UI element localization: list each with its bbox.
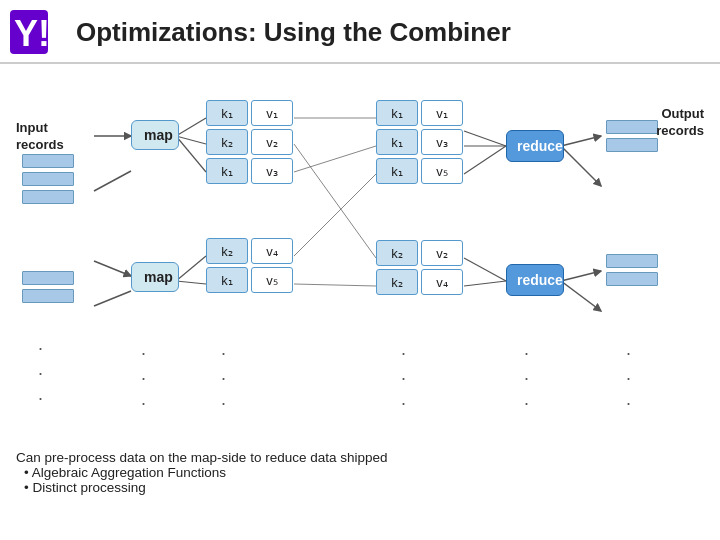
kv-v5-1: v₅ bbox=[251, 267, 293, 293]
kv-k2-2: k₂ bbox=[206, 238, 248, 264]
input-bars-group2 bbox=[22, 271, 74, 307]
svg-line-10 bbox=[176, 281, 206, 284]
output-label: Output records bbox=[656, 106, 704, 140]
svg-line-14 bbox=[294, 144, 376, 258]
kv-left-dots: ··· bbox=[221, 341, 228, 417]
output-bars-group2 bbox=[606, 254, 658, 290]
reduce-box-2: reduce bbox=[506, 264, 564, 296]
kv-right-v5-1: v₅ bbox=[421, 158, 463, 184]
kv-right-v2-1: v₂ bbox=[421, 240, 463, 266]
kv-row-1-3: k₁ v₃ bbox=[206, 158, 293, 184]
kv-row-1-1: k₁ v₁ bbox=[206, 100, 293, 126]
map-dots: ··· bbox=[141, 341, 148, 417]
kv-row-2-2: k₁ v₅ bbox=[206, 267, 293, 293]
svg-line-5 bbox=[94, 291, 131, 306]
svg-line-8 bbox=[176, 136, 206, 172]
kv-right-k2-2: k₂ bbox=[376, 269, 418, 295]
page-title: Optimizations: Using the Combiner bbox=[76, 17, 511, 48]
kv-right-row-1-3: k₁ v₅ bbox=[376, 158, 463, 184]
kv-v4-1: v₄ bbox=[251, 238, 293, 264]
diagram: Input records ··· map map ··· k₁ v₁ bbox=[16, 76, 704, 436]
footer: Can pre-process data on the map-side to … bbox=[0, 444, 720, 495]
diagram-arrows bbox=[16, 76, 704, 436]
svg-line-23 bbox=[561, 271, 601, 281]
svg-line-22 bbox=[561, 146, 601, 186]
footer-line1: Can pre-process data on the map-side to … bbox=[16, 450, 704, 465]
reduce-dots: ··· bbox=[524, 341, 531, 417]
kv-v3-1: v₃ bbox=[251, 158, 293, 184]
kv-right-v3-1: v₃ bbox=[421, 129, 463, 155]
svg-line-21 bbox=[561, 136, 601, 146]
svg-line-18 bbox=[464, 146, 506, 174]
kv-right-row-1-1: k₁ v₁ bbox=[376, 100, 463, 126]
kv-right-row-1-2: k₁ v₃ bbox=[376, 129, 463, 155]
kv-right-group1: k₁ v₁ k₁ v₃ k₁ v₅ bbox=[376, 100, 463, 184]
kv-right-v4-1: v₄ bbox=[421, 269, 463, 295]
kv-v1-1: v₁ bbox=[251, 100, 293, 126]
reduce-box-1: reduce bbox=[506, 130, 564, 162]
kv-left-group2: k₂ v₄ k₁ v₅ bbox=[206, 238, 293, 293]
output-dots: ··· bbox=[626, 341, 633, 417]
svg-line-16 bbox=[464, 131, 506, 146]
svg-line-4 bbox=[94, 261, 131, 276]
kv-k2-1: k₂ bbox=[206, 129, 248, 155]
svg-line-19 bbox=[464, 258, 506, 281]
header: Y! Optimizations: Using the Combiner bbox=[0, 0, 720, 64]
kv-k1-3: k₁ bbox=[206, 267, 248, 293]
svg-line-7 bbox=[176, 136, 206, 144]
svg-line-13 bbox=[294, 174, 376, 256]
kv-right-group2: k₂ v₂ k₂ v₄ bbox=[376, 240, 463, 295]
kv-right-k1-3: k₁ bbox=[376, 158, 418, 184]
svg-line-6 bbox=[176, 118, 206, 136]
kv-left-group1: k₁ v₁ k₂ v₂ k₁ v₃ bbox=[206, 100, 293, 184]
input-bars-group1 bbox=[22, 154, 74, 208]
kv-v2-1: v₂ bbox=[251, 129, 293, 155]
kv-right-k1-2: k₁ bbox=[376, 129, 418, 155]
svg-line-9 bbox=[176, 256, 206, 281]
yahoo-logo: Y! bbox=[10, 10, 62, 54]
svg-line-15 bbox=[294, 284, 376, 286]
map-box-1: map bbox=[131, 120, 179, 150]
kv-right-row-2-2: k₂ v₄ bbox=[376, 269, 463, 295]
kv-right-k1-1: k₁ bbox=[376, 100, 418, 126]
kv-right-k2-1: k₂ bbox=[376, 240, 418, 266]
kv-right-row-2-1: k₂ v₂ bbox=[376, 240, 463, 266]
svg-line-24 bbox=[561, 281, 601, 311]
kv-right-dots: ··· bbox=[401, 341, 408, 417]
footer-bullet1: • Algebraic Aggregation Functions bbox=[24, 465, 704, 480]
footer-bullet2: • Distinct processing bbox=[24, 480, 704, 495]
kv-k1-2: k₁ bbox=[206, 158, 248, 184]
main-content: Input records ··· map map ··· k₁ v₁ bbox=[0, 64, 720, 444]
svg-text:Y!: Y! bbox=[14, 13, 50, 54]
svg-line-20 bbox=[464, 281, 506, 286]
kv-row-2-1: k₂ v₄ bbox=[206, 238, 293, 264]
kv-k1-1: k₁ bbox=[206, 100, 248, 126]
kv-right-v1-1: v₁ bbox=[421, 100, 463, 126]
input-label: Input records bbox=[16, 120, 64, 154]
input-dots: ··· bbox=[38, 336, 45, 412]
map-box-2: map bbox=[131, 262, 179, 292]
kv-row-1-2: k₂ v₂ bbox=[206, 129, 293, 155]
svg-line-12 bbox=[294, 146, 376, 172]
svg-line-3 bbox=[94, 171, 131, 191]
output-bars-group1 bbox=[606, 120, 658, 156]
